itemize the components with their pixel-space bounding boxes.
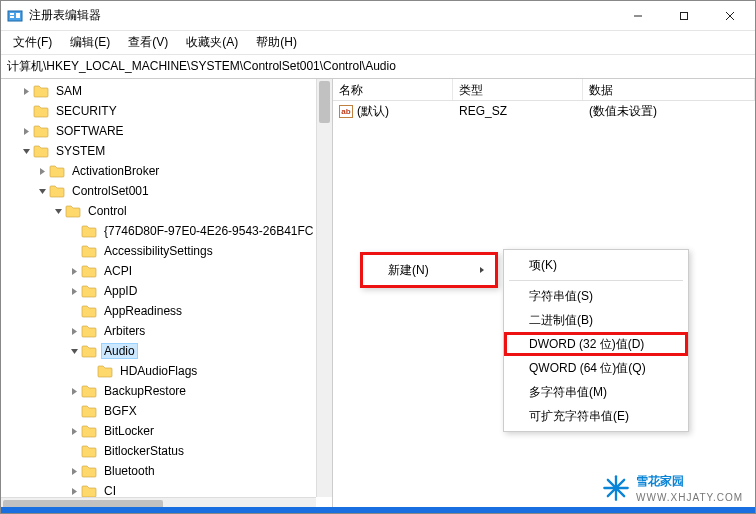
context-menu-item-key[interactable]: 项(K) xyxy=(507,253,685,277)
registry-tree[interactable]: SAMSECURITYSOFTWARESYSTEMActivationBroke… xyxy=(1,79,332,497)
column-data[interactable]: 数据 xyxy=(583,79,755,100)
folder-icon xyxy=(33,124,49,138)
expand-icon[interactable] xyxy=(35,164,49,178)
snowflake-icon xyxy=(602,474,630,502)
tree-label: AccessibilitySettings xyxy=(101,243,216,259)
tree-node-activationbroker[interactable]: ActivationBroker xyxy=(3,161,332,181)
tree-node-backuprestore[interactable]: BackupRestore xyxy=(3,381,332,401)
folder-icon xyxy=(81,344,97,358)
tree-node-software[interactable]: SOFTWARE xyxy=(3,121,332,141)
tree-node-bitlockerstatus[interactable]: BitlockerStatus xyxy=(3,441,332,461)
minimize-button[interactable] xyxy=(615,1,661,31)
expand-icon[interactable] xyxy=(19,84,33,98)
folder-icon xyxy=(81,224,97,238)
folder-icon xyxy=(81,424,97,438)
collapse-icon[interactable] xyxy=(51,204,65,218)
tree-label: BackupRestore xyxy=(101,383,189,399)
tree-label: SYSTEM xyxy=(53,143,108,159)
submenu-arrow-icon xyxy=(478,263,486,277)
folder-icon xyxy=(97,364,113,378)
tree-node-audio[interactable]: Audio xyxy=(3,341,332,361)
tree-vertical-scrollbar[interactable] xyxy=(316,79,332,497)
registry-editor-window: 注册表编辑器 文件(F) 编辑(E) 查看(V) 收藏夹(A) 帮助(H) 计算… xyxy=(0,0,756,514)
watermark: 雪花家园 WWW.XHJATY.COM xyxy=(602,473,743,503)
tree-node-hdaudioflags[interactable]: HDAudioFlags xyxy=(3,361,332,381)
tree-label: BitlockerStatus xyxy=(101,443,187,459)
maximize-button[interactable] xyxy=(661,1,707,31)
expand-icon[interactable] xyxy=(67,324,81,338)
scrollbar-thumb[interactable] xyxy=(319,81,330,123)
expand-icon[interactable] xyxy=(67,464,81,478)
tree-node-control[interactable]: Control xyxy=(3,201,332,221)
expand-icon[interactable] xyxy=(67,284,81,298)
menu-file[interactable]: 文件(F) xyxy=(5,32,60,53)
tree-label: BitLocker xyxy=(101,423,157,439)
menu-help[interactable]: 帮助(H) xyxy=(248,32,305,53)
context-menu-item-new[interactable]: 新建(N) xyxy=(366,258,492,282)
folder-icon xyxy=(81,444,97,458)
expand-icon[interactable] xyxy=(19,124,33,138)
address-bar[interactable]: 计算机\HKEY_LOCAL_MACHINE\SYSTEM\ControlSet… xyxy=(1,55,755,79)
tree-node-bgfx[interactable]: BGFX xyxy=(3,401,332,421)
tree-node-bluetooth[interactable]: Bluetooth xyxy=(3,461,332,481)
folder-icon xyxy=(81,484,97,497)
tree-node-controlset001[interactable]: ControlSet001 xyxy=(3,181,332,201)
window-controls xyxy=(615,1,753,31)
tree-node-security[interactable]: SECURITY xyxy=(3,101,332,121)
collapse-icon[interactable] xyxy=(19,144,33,158)
context-menu-item-qword[interactable]: QWORD (64 位)值(Q) xyxy=(507,356,685,380)
expand-icon[interactable] xyxy=(67,264,81,278)
svg-rect-1 xyxy=(10,13,14,15)
collapse-icon[interactable] xyxy=(67,344,81,358)
value-type: REG_SZ xyxy=(453,104,583,118)
values-list[interactable]: ab (默认) REG_SZ (数值未设置) 新建(N) xyxy=(333,101,755,513)
folder-icon xyxy=(81,264,97,278)
tree-node-guid[interactable]: {7746D80F-97E0-4E26-9543-26B41FC xyxy=(3,221,332,241)
menu-edit[interactable]: 编辑(E) xyxy=(62,32,118,53)
expand-icon[interactable] xyxy=(67,424,81,438)
tree-node-bitlocker[interactable]: BitLocker xyxy=(3,421,332,441)
tree-node-ci[interactable]: CI xyxy=(3,481,332,497)
folder-icon xyxy=(81,244,97,258)
context-menu-separator xyxy=(509,280,683,281)
folder-icon xyxy=(65,204,81,218)
expand-icon[interactable] xyxy=(67,384,81,398)
tree-label: SAM xyxy=(53,83,85,99)
context-menu-item-string[interactable]: 字符串值(S) xyxy=(507,284,685,308)
tree-label: ControlSet001 xyxy=(69,183,152,199)
tree-node-arbiters[interactable]: Arbiters xyxy=(3,321,332,341)
content-panes: SAMSECURITYSOFTWARESYSTEMActivationBroke… xyxy=(1,79,755,513)
tree-label: {7746D80F-97E0-4E26-9543-26B41FC xyxy=(101,223,316,239)
expand-icon[interactable] xyxy=(67,484,81,497)
tree-label: Control xyxy=(85,203,130,219)
values-pane: 名称 类型 数据 ab (默认) REG_SZ (数值未设置) 新建(N) xyxy=(333,79,755,513)
context-menu-item-dword[interactable]: DWORD (32 位)值(D) xyxy=(504,332,688,356)
tree-node-appid[interactable]: AppID xyxy=(3,281,332,301)
address-text: 计算机\HKEY_LOCAL_MACHINE\SYSTEM\ControlSet… xyxy=(7,58,396,75)
tree-node-appreadiness[interactable]: AppReadiness xyxy=(3,301,332,321)
column-type[interactable]: 类型 xyxy=(453,79,583,100)
tree-label: Arbiters xyxy=(101,323,148,339)
column-name[interactable]: 名称 xyxy=(333,79,453,100)
svg-rect-3 xyxy=(16,13,20,18)
tree-label: Audio xyxy=(101,343,138,359)
collapse-icon[interactable] xyxy=(35,184,49,198)
value-row[interactable]: ab (默认) REG_SZ (数值未设置) xyxy=(333,101,755,121)
tree-node-accessibility[interactable]: AccessibilitySettings xyxy=(3,241,332,261)
context-menu-item-multistring[interactable]: 多字符串值(M) xyxy=(507,380,685,404)
context-menu-item-expandstring[interactable]: 可扩充字符串值(E) xyxy=(507,404,685,428)
context-menu-new: 新建(N) xyxy=(360,252,498,288)
window-title: 注册表编辑器 xyxy=(29,7,615,24)
folder-icon xyxy=(33,144,49,158)
tree-node-system[interactable]: SYSTEM xyxy=(3,141,332,161)
folder-icon xyxy=(81,384,97,398)
watermark-text: 雪花家园 xyxy=(636,473,743,490)
menu-view[interactable]: 查看(V) xyxy=(120,32,176,53)
tree-node-sam[interactable]: SAM xyxy=(3,81,332,101)
folder-icon xyxy=(49,164,65,178)
close-button[interactable] xyxy=(707,1,753,31)
watermark-sub: WWW.XHJATY.COM xyxy=(636,492,743,503)
tree-node-acpi[interactable]: ACPI xyxy=(3,261,332,281)
context-menu-item-binary[interactable]: 二进制值(B) xyxy=(507,308,685,332)
menu-favorites[interactable]: 收藏夹(A) xyxy=(178,32,246,53)
